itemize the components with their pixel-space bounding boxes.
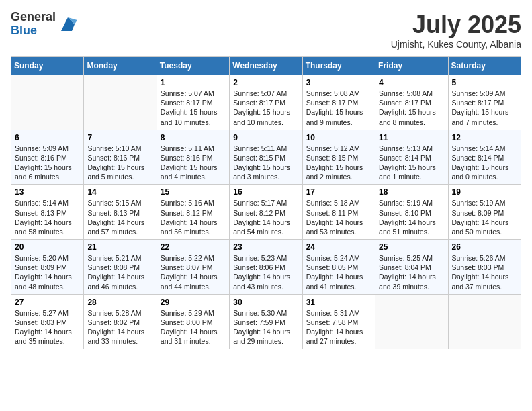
calendar-cell: 23Sunrise: 5:23 AM Sunset: 8:06 PM Dayli…: [230, 240, 302, 295]
day-info: Sunrise: 5:30 AM Sunset: 7:59 PM Dayligh…: [233, 308, 298, 347]
day-info: Sunrise: 5:11 AM Sunset: 8:16 PM Dayligh…: [161, 144, 226, 182]
calendar-cell: 12Sunrise: 5:14 AM Sunset: 8:14 PM Dayli…: [448, 130, 521, 185]
column-header-saturday: Saturday: [448, 57, 521, 75]
day-number: 8: [161, 133, 226, 142]
column-header-tuesday: Tuesday: [157, 57, 229, 75]
day-info: Sunrise: 5:12 AM Sunset: 8:15 PM Dayligh…: [306, 144, 371, 182]
day-number: 6: [15, 133, 80, 142]
logo: General Blue: [11, 11, 77, 38]
calendar-cell: [11, 75, 84, 130]
calendar-cell: 18Sunrise: 5:19 AM Sunset: 8:10 PM Dayli…: [375, 185, 448, 240]
calendar-cell: 6Sunrise: 5:09 AM Sunset: 8:16 PM Daylig…: [11, 130, 84, 185]
calendar-cell: 11Sunrise: 5:13 AM Sunset: 8:14 PM Dayli…: [375, 130, 448, 185]
day-number: 31: [306, 298, 371, 307]
day-number: 21: [87, 242, 152, 252]
day-number: 18: [379, 187, 444, 197]
column-header-monday: Monday: [84, 57, 157, 75]
calendar-table: SundayMondayTuesdayWednesdayThursdayFrid…: [11, 56, 521, 349]
day-info: Sunrise: 5:13 AM Sunset: 8:14 PM Dayligh…: [379, 144, 444, 182]
day-number: 16: [233, 187, 298, 197]
day-info: Sunrise: 5:19 AM Sunset: 8:10 PM Dayligh…: [379, 198, 444, 236]
logo-blue: Blue: [11, 24, 56, 38]
day-info: Sunrise: 5:07 AM Sunset: 8:17 PM Dayligh…: [233, 89, 298, 127]
calendar-cell: 10Sunrise: 5:12 AM Sunset: 8:15 PM Dayli…: [302, 130, 375, 185]
day-number: 17: [306, 187, 371, 197]
calendar-cell: 4Sunrise: 5:08 AM Sunset: 8:17 PM Daylig…: [375, 75, 448, 130]
day-info: Sunrise: 5:14 AM Sunset: 8:14 PM Dayligh…: [452, 144, 517, 182]
day-info: Sunrise: 5:14 AM Sunset: 8:13 PM Dayligh…: [15, 198, 80, 236]
location: Ujmisht, Kukes County, Albania: [391, 39, 521, 50]
calendar-cell: 24Sunrise: 5:24 AM Sunset: 8:05 PM Dayli…: [302, 240, 375, 295]
calendar-header-row: SundayMondayTuesdayWednesdayThursdayFrid…: [11, 57, 521, 75]
day-info: Sunrise: 5:09 AM Sunset: 8:16 PM Dayligh…: [15, 144, 80, 182]
calendar-cell: 25Sunrise: 5:25 AM Sunset: 8:04 PM Dayli…: [375, 240, 448, 295]
day-number: 22: [161, 242, 226, 252]
page-header: General Blue July 2025 Ujmisht, Kukes Co…: [11, 11, 521, 50]
day-info: Sunrise: 5:17 AM Sunset: 8:12 PM Dayligh…: [233, 198, 298, 236]
calendar-cell: [375, 294, 448, 349]
calendar-cell: [448, 294, 521, 349]
day-info: Sunrise: 5:26 AM Sunset: 8:03 PM Dayligh…: [452, 253, 517, 291]
calendar-cell: 21Sunrise: 5:21 AM Sunset: 8:08 PM Dayli…: [84, 240, 157, 295]
calendar-cell: 8Sunrise: 5:11 AM Sunset: 8:16 PM Daylig…: [157, 130, 229, 185]
calendar-week-row: 27Sunrise: 5:27 AM Sunset: 8:03 PM Dayli…: [11, 294, 521, 349]
day-number: 25: [379, 242, 444, 252]
day-info: Sunrise: 5:18 AM Sunset: 8:11 PM Dayligh…: [306, 198, 371, 236]
day-info: Sunrise: 5:08 AM Sunset: 8:17 PM Dayligh…: [379, 89, 444, 127]
day-number: 20: [15, 242, 80, 252]
day-info: Sunrise: 5:24 AM Sunset: 8:05 PM Dayligh…: [306, 253, 371, 291]
calendar-cell: 17Sunrise: 5:18 AM Sunset: 8:11 PM Dayli…: [302, 185, 375, 240]
day-info: Sunrise: 5:08 AM Sunset: 8:17 PM Dayligh…: [306, 89, 371, 127]
day-number: 15: [161, 187, 226, 197]
day-number: 11: [379, 133, 444, 142]
day-info: Sunrise: 5:21 AM Sunset: 8:08 PM Dayligh…: [87, 253, 152, 291]
logo-general: General: [11, 11, 56, 24]
day-number: 3: [306, 78, 371, 87]
calendar-cell: [84, 75, 157, 130]
day-number: 19: [452, 187, 517, 197]
day-info: Sunrise: 5:09 AM Sunset: 8:17 PM Dayligh…: [452, 89, 517, 127]
day-number: 5: [452, 78, 517, 87]
day-info: Sunrise: 5:20 AM Sunset: 8:09 PM Dayligh…: [15, 253, 80, 291]
calendar-cell: 29Sunrise: 5:29 AM Sunset: 8:00 PM Dayli…: [157, 294, 229, 349]
month-title: July 2025: [391, 11, 521, 39]
day-number: 7: [87, 133, 152, 142]
day-info: Sunrise: 5:15 AM Sunset: 8:13 PM Dayligh…: [87, 198, 152, 236]
calendar-cell: 26Sunrise: 5:26 AM Sunset: 8:03 PM Dayli…: [448, 240, 521, 295]
day-info: Sunrise: 5:28 AM Sunset: 8:02 PM Dayligh…: [87, 308, 152, 347]
day-info: Sunrise: 5:27 AM Sunset: 8:03 PM Dayligh…: [15, 308, 80, 347]
calendar-cell: 9Sunrise: 5:11 AM Sunset: 8:15 PM Daylig…: [230, 130, 302, 185]
day-number: 1: [161, 78, 226, 87]
day-info: Sunrise: 5:16 AM Sunset: 8:12 PM Dayligh…: [161, 198, 226, 236]
day-number: 23: [233, 242, 298, 252]
day-number: 30: [233, 298, 298, 307]
day-info: Sunrise: 5:29 AM Sunset: 8:00 PM Dayligh…: [161, 308, 226, 347]
calendar-cell: 19Sunrise: 5:19 AM Sunset: 8:09 PM Dayli…: [448, 185, 521, 240]
day-number: 26: [452, 242, 517, 252]
title-area: July 2025 Ujmisht, Kukes County, Albania: [391, 11, 521, 50]
day-number: 29: [161, 298, 226, 307]
calendar-cell: 30Sunrise: 5:30 AM Sunset: 7:59 PM Dayli…: [230, 294, 302, 349]
column-header-friday: Friday: [375, 57, 448, 75]
day-number: 4: [379, 78, 444, 87]
day-info: Sunrise: 5:19 AM Sunset: 8:09 PM Dayligh…: [452, 198, 517, 236]
calendar-cell: 16Sunrise: 5:17 AM Sunset: 8:12 PM Dayli…: [230, 185, 302, 240]
day-number: 13: [15, 187, 80, 197]
calendar-week-row: 6Sunrise: 5:09 AM Sunset: 8:16 PM Daylig…: [11, 130, 521, 185]
day-info: Sunrise: 5:22 AM Sunset: 8:07 PM Dayligh…: [161, 253, 226, 291]
day-number: 28: [87, 298, 152, 307]
day-number: 27: [15, 298, 80, 307]
day-number: 2: [233, 78, 298, 87]
day-info: Sunrise: 5:25 AM Sunset: 8:04 PM Dayligh…: [379, 253, 444, 291]
calendar-cell: 28Sunrise: 5:28 AM Sunset: 8:02 PM Dayli…: [84, 294, 157, 349]
day-info: Sunrise: 5:31 AM Sunset: 7:58 PM Dayligh…: [306, 308, 371, 347]
day-number: 10: [306, 133, 371, 142]
calendar-cell: 31Sunrise: 5:31 AM Sunset: 7:58 PM Dayli…: [302, 294, 375, 349]
column-header-sunday: Sunday: [11, 57, 84, 75]
day-info: Sunrise: 5:23 AM Sunset: 8:06 PM Dayligh…: [233, 253, 298, 291]
calendar-cell: 7Sunrise: 5:10 AM Sunset: 8:16 PM Daylig…: [84, 130, 157, 185]
calendar-week-row: 13Sunrise: 5:14 AM Sunset: 8:13 PM Dayli…: [11, 185, 521, 240]
day-number: 24: [306, 242, 371, 252]
calendar-cell: 22Sunrise: 5:22 AM Sunset: 8:07 PM Dayli…: [157, 240, 229, 295]
calendar-cell: 15Sunrise: 5:16 AM Sunset: 8:12 PM Dayli…: [157, 185, 229, 240]
